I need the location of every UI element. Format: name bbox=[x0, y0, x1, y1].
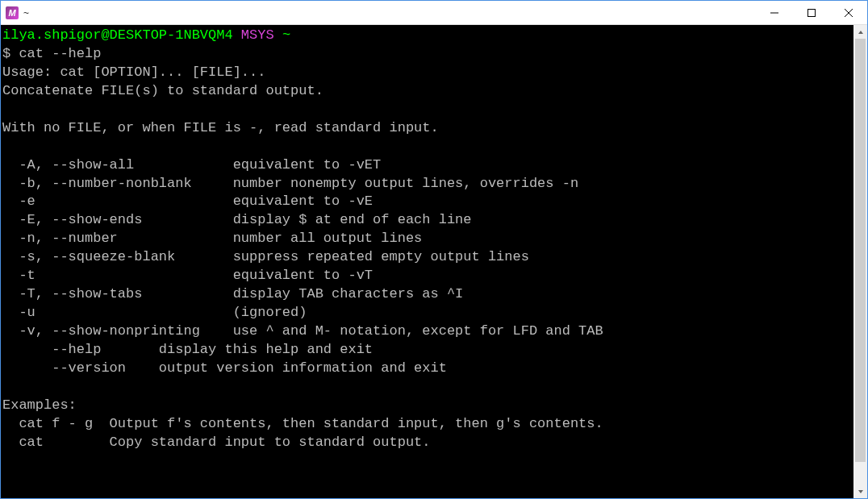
window-controls bbox=[756, 1, 867, 24]
extra-options-block: --help display this help and exit --vers… bbox=[2, 342, 447, 376]
description-line: Concatenate FILE(s) to standard output. bbox=[2, 83, 323, 98]
options-block: -A, --show-all equivalent to -vET -b, --… bbox=[2, 157, 603, 339]
note-line: With no FILE, or when FILE is -, read st… bbox=[2, 120, 439, 135]
terminal[interactable]: ilya.shpigor@DESKTOP-1NBVQM4 MSYS ~ $ ca… bbox=[1, 25, 853, 498]
prompt-env: MSYS bbox=[241, 27, 274, 43]
command-text: cat --help bbox=[19, 46, 101, 61]
window-title: ~ bbox=[23, 7, 29, 19]
close-icon bbox=[845, 9, 853, 17]
svg-marker-4 bbox=[858, 31, 863, 34]
scroll-track[interactable] bbox=[853, 39, 867, 484]
prompt-path: ~ bbox=[282, 27, 290, 43]
scrollbar[interactable] bbox=[853, 25, 867, 498]
minimize-icon bbox=[770, 9, 778, 17]
examples-header: Examples: bbox=[2, 397, 77, 413]
titlebar: M ~ bbox=[1, 1, 867, 25]
maximize-icon bbox=[807, 9, 816, 17]
maximize-button[interactable] bbox=[793, 1, 830, 24]
usage-line: Usage: cat [OPTION]... [FILE]... bbox=[2, 64, 265, 80]
minimize-button[interactable] bbox=[756, 1, 793, 24]
app-icon: M bbox=[6, 6, 19, 19]
chevron-up-icon bbox=[858, 29, 864, 35]
titlebar-left: M ~ bbox=[1, 6, 29, 19]
examples-block: cat f - g Output f's contents, then stan… bbox=[2, 416, 603, 450]
prompt-symbol: $ bbox=[2, 46, 10, 61]
close-button[interactable] bbox=[830, 1, 867, 24]
terminal-window: M ~ ilya.shpigor@DESKTOP-1NBVQM4 MSYS ~ … bbox=[0, 0, 868, 499]
app-icon-letter: M bbox=[8, 8, 15, 18]
prompt-user-host: ilya.shpigor@DESKTOP-1NBVQM4 bbox=[2, 27, 233, 43]
svg-marker-5 bbox=[858, 490, 863, 493]
scroll-up-button[interactable] bbox=[853, 25, 867, 39]
scroll-thumb[interactable] bbox=[855, 39, 866, 462]
svg-rect-1 bbox=[808, 9, 816, 16]
chevron-down-icon bbox=[858, 489, 864, 495]
scroll-down-button[interactable] bbox=[853, 484, 867, 498]
terminal-area: ilya.shpigor@DESKTOP-1NBVQM4 MSYS ~ $ ca… bbox=[1, 25, 867, 498]
